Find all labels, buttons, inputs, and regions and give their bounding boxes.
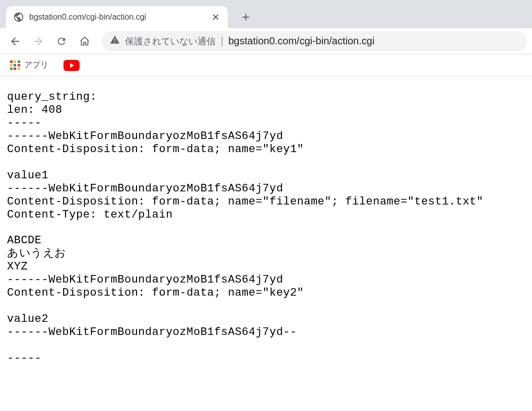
close-tab-button[interactable] bbox=[211, 12, 221, 22]
bookmarks-bar: アプリ bbox=[0, 54, 532, 77]
youtube-icon bbox=[63, 60, 80, 71]
new-tab-button[interactable] bbox=[237, 8, 255, 26]
active-tab[interactable]: bgstation0.com/cgi-bin/action.cgi bbox=[6, 6, 228, 28]
security-warning: 保護されていない通信 bbox=[110, 35, 216, 47]
apps-icon bbox=[10, 60, 20, 71]
browser-chrome: bgstation0.com/cgi-bin/action.cgi bbox=[0, 0, 532, 77]
forward-button[interactable] bbox=[28, 31, 48, 51]
tab-title: bgstation0.com/cgi-bin/action.cgi bbox=[29, 13, 206, 22]
omnibox-separator: | bbox=[221, 35, 223, 47]
warning-text: 保護されていない通信 bbox=[125, 35, 216, 47]
reload-button[interactable] bbox=[51, 31, 72, 51]
apps-bookmark[interactable]: アプリ bbox=[7, 58, 51, 73]
youtube-bookmark[interactable] bbox=[60, 58, 83, 73]
tab-strip: bgstation0.com/cgi-bin/action.cgi bbox=[0, 0, 532, 28]
url-text: bgstation0.com/cgi-bin/action.cgi bbox=[228, 35, 374, 47]
home-button[interactable] bbox=[75, 31, 95, 51]
toolbar: 保護されていない通信 | bgstation0.com/cgi-bin/acti… bbox=[0, 28, 532, 54]
globe-icon bbox=[13, 12, 24, 23]
address-bar[interactable]: 保護されていない通信 | bgstation0.com/cgi-bin/acti… bbox=[102, 31, 527, 51]
back-button[interactable] bbox=[5, 31, 25, 51]
apps-label: アプリ bbox=[24, 60, 48, 71]
warning-icon bbox=[110, 35, 120, 47]
page-body-text: query_string: len: 408 ----- ------WebKi… bbox=[0, 77, 532, 379]
